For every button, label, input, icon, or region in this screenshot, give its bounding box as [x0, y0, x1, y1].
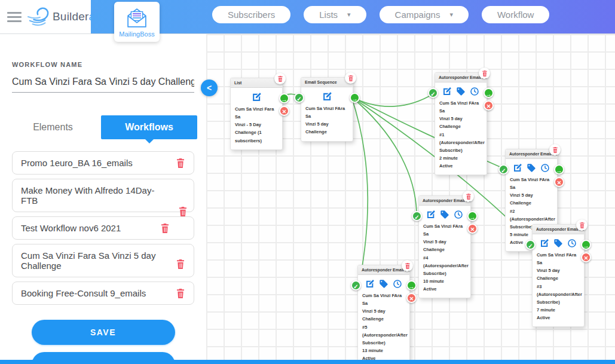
remove-connection-port[interactable]: ✕ — [554, 177, 564, 187]
workflow-node-email-sequence[interactable]: Email Sequence Cum Sa Vinzi FAra Sa Vinz… — [301, 77, 353, 142]
edit-icon[interactable] — [426, 210, 436, 219]
trash-icon[interactable] — [402, 260, 413, 271]
clock-icon[interactable] — [454, 210, 463, 219]
workflow-name-input[interactable] — [12, 74, 194, 93]
tab-workflows[interactable]: Workflows — [101, 115, 197, 139]
edit-icon[interactable] — [252, 92, 262, 102]
builderall-logo[interactable]: Builderall — [25, 5, 100, 28]
chevron-down-icon: ▾ — [347, 11, 351, 19]
edit-icon[interactable] — [540, 238, 549, 248]
trash-icon[interactable] — [274, 73, 286, 84]
tag-icon[interactable] — [379, 279, 388, 289]
node-description: Cum Sa Vinzi Fara Sa Vinzi - 5 Day Chall… — [231, 103, 282, 149]
hamburger-menu-icon[interactable] — [7, 10, 22, 25]
workflow-canvas[interactable]: List Cum Sa Vinzi Fara Sa Vinzi - 5 Day … — [206, 34, 615, 360]
sidebar-tabs: Elements Workflows — [5, 115, 197, 139]
trash-icon[interactable] — [176, 288, 185, 299]
check-in-port[interactable]: ✓ — [525, 240, 536, 250]
remove-connection-port[interactable]: ✕ — [581, 252, 591, 262]
nav-workflow-button[interactable]: Workflow — [482, 6, 549, 23]
node-icon-row — [435, 82, 487, 97]
edit-icon[interactable] — [365, 279, 375, 289]
save-button[interactable]: SAVE — [32, 320, 175, 345]
nav-subscribers-label: Subscribers — [228, 10, 275, 20]
clock-icon[interactable] — [393, 279, 402, 289]
clock-icon[interactable] — [567, 238, 577, 248]
node-icon-row — [419, 206, 470, 221]
tag-icon[interactable] — [456, 87, 466, 96]
edit-icon[interactable] — [513, 163, 522, 173]
trash-icon[interactable] — [345, 72, 356, 84]
trash-icon[interactable] — [463, 191, 474, 202]
workflow-node-autoresponder-4[interactable]: Autoresponder Email Au... Cum Sa Vinzi F… — [418, 195, 471, 298]
tag-icon[interactable] — [440, 210, 449, 219]
nav-lists-button[interactable]: Lists ▾ — [304, 6, 366, 23]
trash-icon[interactable] — [549, 144, 561, 155]
workflow-item-label: Test Workflow nov6 2021 — [21, 223, 121, 233]
node-description: Cum Sa Vinzi FAra Sa Vinzi 5 day Challen… — [358, 290, 409, 364]
workflow-node-autoresponder-3[interactable]: Autoresponder Email Au... Cum Sa Vinzi F… — [532, 224, 585, 327]
arrow-out-port[interactable]: → — [554, 164, 564, 175]
workflow-item-label: Promo 1euro_BA 16_emails — [21, 158, 133, 168]
trash-icon[interactable] — [176, 259, 185, 270]
app-header: Builderall Subscribers Lists ▾ Campaigns… — [0, 0, 615, 34]
trash-icon[interactable] — [176, 158, 185, 169]
workflow-item-label: Cum Sa Vinzi Fara Sa Vinzi 5 day Challen… — [21, 250, 155, 271]
sidebar-collapse-button[interactable]: < — [201, 79, 218, 96]
node-icon-row — [358, 275, 409, 290]
clock-icon[interactable] — [470, 87, 479, 96]
node-icon-row — [301, 87, 353, 103]
trash-icon[interactable] — [576, 219, 588, 231]
tab-workflows-label: Workflows — [125, 122, 173, 133]
mailingboss-workflow-page: Builderall Subscribers Lists ▾ Campaigns… — [0, 0, 615, 364]
arrow-out-port[interactable]: → — [467, 211, 478, 221]
nav-campaigns-button[interactable]: Campaigns ▾ — [380, 6, 469, 23]
remove-connection-port[interactable]: ✕ — [484, 100, 494, 111]
check-in-port[interactable]: ✓ — [412, 211, 422, 221]
edit-icon[interactable] — [442, 87, 452, 96]
workflow-node-list[interactable]: List Cum Sa Vinzi Fara Sa Vinzi - 5 Day … — [230, 78, 283, 150]
nav-lists-label: Lists — [319, 10, 338, 20]
tag-icon[interactable] — [553, 238, 563, 248]
check-in-port[interactable]: ✓ — [498, 164, 509, 175]
nav-subscribers-button[interactable]: Subscribers — [212, 6, 290, 23]
horizontal-scrollbar[interactable] — [0, 360, 615, 364]
check-in-port[interactable]: ✓ — [294, 93, 304, 103]
remove-connection-port[interactable]: ✕ — [406, 293, 417, 303]
arrow-out-port[interactable]: → — [581, 240, 591, 250]
node-icon-row — [506, 159, 557, 174]
tab-elements[interactable]: Elements — [5, 115, 101, 139]
builderall-logo-text: Builderall — [53, 10, 100, 23]
workflow-sidebar: WORKFLOW NAME Elements Workflows Promo 1… — [0, 34, 206, 360]
node-description: Cum Sa Vinzi FAra Sa Vinzi 5 day Challen… — [301, 103, 353, 141]
remove-connection-port[interactable]: ✕ — [467, 224, 478, 234]
arrow-out-port[interactable]: → — [279, 93, 289, 103]
trash-icon[interactable] — [160, 223, 170, 234]
mailingboss-app-card[interactable]: MailingBoss — [114, 2, 160, 42]
trash-icon[interactable] — [178, 206, 188, 217]
workflow-list-item[interactable]: Cum Sa Vinzi Fara Sa Vinzi 5 day Challen… — [12, 244, 194, 277]
workflow-node-autoresponder-1[interactable]: Autoresponder Email Au... Cum Sa Vinzi F… — [435, 72, 487, 175]
workflow-list-item[interactable]: Make Money With Alfredo 14Day-FTB — [12, 179, 194, 212]
arrow-out-port[interactable]: → — [484, 88, 494, 98]
clock-icon[interactable] — [540, 163, 550, 173]
node-description: Cum Sa Vinzi FAra Sa Vinzi 5 day Challen… — [533, 249, 584, 326]
tab-elements-label: Elements — [33, 122, 73, 133]
edit-icon[interactable] — [322, 91, 332, 102]
check-in-port[interactable]: ✓ — [351, 280, 361, 290]
check-in-port[interactable]: ✓ — [428, 88, 438, 98]
node-icon-row — [231, 88, 282, 103]
workflow-node-autoresponder-5[interactable]: Autoresponder Email Au... Cum Sa Vinzi F… — [357, 265, 410, 364]
arrow-out-port[interactable]: → — [406, 280, 417, 290]
top-nav: Subscribers Lists ▾ Campaigns ▾ Workflow — [212, 6, 549, 23]
workflow-list-item[interactable]: Promo 1euro_BA 16_emails — [12, 151, 194, 175]
workflow-list-item[interactable]: Test Workflow nov6 2021 — [12, 216, 194, 240]
workflow-list-item[interactable]: Booking Free-Consult 9_emails — [12, 282, 194, 305]
arrow-out-port[interactable]: → — [350, 93, 360, 103]
workflow-list: Promo 1euro_BA 16_emails Make Money With… — [12, 151, 194, 305]
chevron-down-icon: ▾ — [449, 11, 453, 19]
trash-icon[interactable] — [479, 68, 490, 79]
remove-connection-port[interactable]: ✕ — [279, 106, 289, 116]
tag-icon[interactable] — [527, 163, 536, 173]
mailingboss-envelope-icon — [124, 6, 149, 30]
